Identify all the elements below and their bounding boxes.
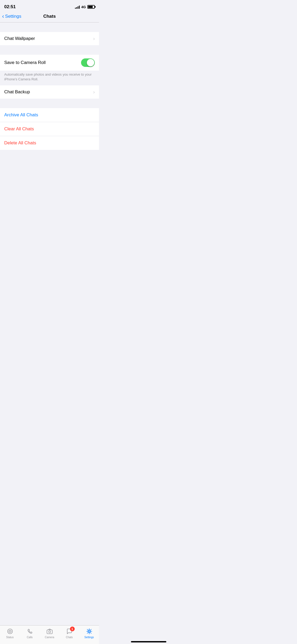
back-label: Settings [5,14,21,19]
chat-backup-section: Chat Backup › [0,85,99,99]
signal-icon [75,5,80,9]
back-button[interactable]: ‹ Settings [2,13,21,19]
chat-wallpaper-label: Chat Wallpaper [4,36,35,41]
archive-all-label: Archive All Chats [4,112,38,118]
battery-icon [87,5,95,9]
delete-all-label: Delete All Chats [4,140,36,146]
back-chevron-icon: ‹ [2,13,4,19]
chat-wallpaper-chevron-icon: › [93,36,95,42]
delete-all-row[interactable]: Delete All Chats [0,136,99,150]
section-spacer-1 [0,22,99,32]
nav-header: ‹ Settings Chats [0,12,99,22]
chat-wallpaper-row[interactable]: Chat Wallpaper › [0,32,99,45]
save-camera-roll-toggle[interactable] [81,58,95,67]
chat-backup-label: Chat Backup [4,89,30,95]
status-bar: 02:51 4G [0,0,99,12]
save-camera-roll-row: Save to Camera Roll [0,55,99,71]
clear-all-row[interactable]: Clear All Chats [0,122,99,136]
chat-backup-chevron-icon: › [93,89,95,95]
main-content: Chat Wallpaper › Save to Camera Roll Aut… [0,22,99,174]
carrier-label: 4G [81,5,86,9]
camera-roll-description: Automatically save photos and videos you… [0,71,99,85]
toggle-knob [87,59,94,66]
camera-roll-section: Save to Camera Roll [0,55,99,71]
chat-backup-row[interactable]: Chat Backup › [0,85,99,99]
page-title: Chats [43,14,56,19]
section-spacer-2 [0,45,99,55]
status-time: 02:51 [4,4,16,10]
clear-all-label: Clear All Chats [4,126,34,132]
chat-wallpaper-section: Chat Wallpaper › [0,32,99,45]
archive-all-row[interactable]: Archive All Chats [0,108,99,122]
actions-section: Archive All Chats Clear All Chats Delete… [0,108,99,150]
status-icons: 4G [75,5,95,9]
save-camera-roll-label: Save to Camera Roll [4,60,46,65]
section-spacer-3 [0,99,99,108]
